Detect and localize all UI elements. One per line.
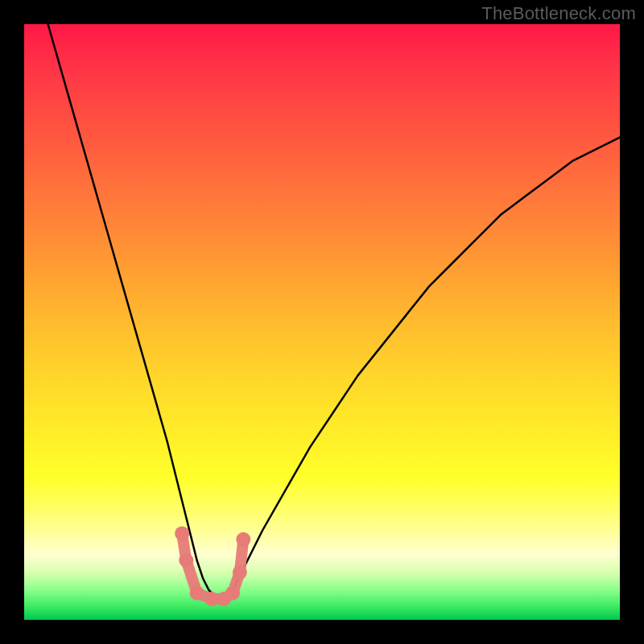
marker-dot [225, 586, 240, 601]
plot-area [24, 24, 620, 620]
marker-dot [179, 553, 193, 568]
watermark-text: TheBottleneck.com [481, 3, 636, 24]
marker-dot [175, 526, 189, 541]
chart-svg [24, 24, 620, 620]
marker-dot [236, 532, 250, 547]
frame: TheBottleneck.com [0, 0, 644, 644]
marker-dot [190, 586, 204, 601]
curve-line [48, 24, 620, 596]
marker-dots [175, 526, 250, 606]
marker-dot [233, 565, 247, 580]
curve-path [48, 24, 620, 596]
